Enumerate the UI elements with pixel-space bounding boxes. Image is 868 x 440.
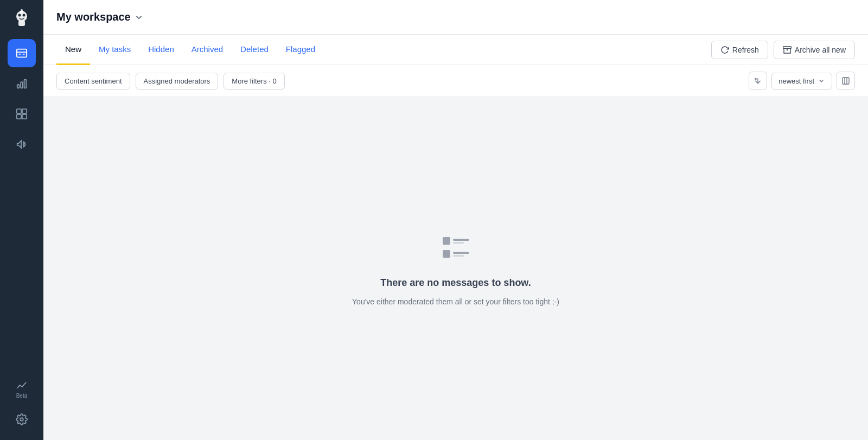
sort-icon: [754, 76, 762, 85]
tab-hidden[interactable]: Hidden: [139, 35, 183, 65]
sidebar-item-beta-label: Beta: [16, 393, 28, 399]
svg-rect-7: [17, 85, 20, 88]
sort-order-button[interactable]: [749, 72, 767, 90]
empty-state: There are no messages to show. You've ei…: [43, 97, 868, 440]
chevron-down-icon: [134, 12, 144, 22]
svg-point-3: [23, 14, 25, 17]
svg-rect-1: [18, 21, 25, 26]
sidebar-item-moderation[interactable]: [8, 100, 36, 128]
empty-state-icon: [438, 232, 473, 269]
content-sentiment-button[interactable]: Content sentiment: [56, 73, 130, 90]
svg-point-5: [21, 9, 23, 11]
svg-rect-13: [22, 114, 27, 119]
svg-rect-23: [453, 239, 469, 241]
tab-flagged[interactable]: Flagged: [277, 35, 324, 65]
svg-rect-9: [24, 80, 27, 88]
sort-chevron-icon: [818, 77, 825, 85]
svg-rect-10: [17, 109, 21, 113]
workspace-name: My workspace: [56, 11, 131, 23]
header: My workspace: [43, 0, 868, 35]
sidebar-logo: [9, 7, 35, 33]
tab-my-tasks[interactable]: My tasks: [90, 35, 139, 65]
sidebar: Beta: [0, 0, 43, 440]
main-content: My workspace New My tasks Hidden Archive…: [43, 0, 868, 440]
sidebar-item-analytics[interactable]: [8, 69, 36, 98]
svg-rect-24: [453, 242, 464, 244]
svg-rect-27: [453, 255, 464, 257]
svg-rect-19: [843, 78, 849, 84]
tabs-actions: Refresh Archive all new: [711, 41, 855, 59]
archive-all-button[interactable]: Archive all new: [774, 41, 855, 59]
svg-rect-6: [17, 49, 27, 58]
svg-rect-26: [453, 252, 469, 254]
empty-state-subtitle: You've either moderated them all or set …: [352, 297, 559, 306]
workspace-title[interactable]: My workspace: [56, 11, 144, 23]
tabs-bar: New My tasks Hidden Archived Deleted Fla…: [43, 35, 868, 65]
more-filters-button[interactable]: More filters · 0: [224, 73, 284, 90]
sort-select[interactable]: newest first: [771, 73, 832, 90]
svg-point-14: [20, 418, 23, 421]
sidebar-item-beta[interactable]: Beta: [8, 375, 36, 403]
svg-rect-22: [443, 237, 450, 245]
tab-archived[interactable]: Archived: [183, 35, 232, 65]
refresh-icon: [720, 46, 729, 54]
filter-bar: Content sentiment Assigned moderators Mo…: [43, 65, 868, 97]
svg-rect-12: [17, 114, 21, 119]
archive-icon: [783, 46, 792, 54]
tab-deleted[interactable]: Deleted: [232, 35, 277, 65]
assigned-moderators-button[interactable]: Assigned moderators: [136, 73, 219, 90]
svg-rect-25: [443, 250, 450, 258]
tab-new[interactable]: New: [56, 35, 90, 65]
sort-container: newest first: [749, 72, 855, 90]
svg-point-2: [18, 14, 21, 17]
empty-state-title: There are no messages to show.: [380, 277, 531, 289]
svg-rect-11: [22, 109, 27, 113]
sidebar-item-inbox[interactable]: [8, 39, 36, 67]
svg-rect-8: [21, 82, 23, 88]
columns-icon: [841, 76, 850, 85]
sidebar-item-settings[interactable]: [8, 405, 36, 433]
refresh-button[interactable]: Refresh: [711, 41, 768, 59]
columns-button[interactable]: [837, 72, 855, 90]
svg-rect-15: [783, 47, 792, 48]
sidebar-item-campaigns[interactable]: [8, 130, 36, 158]
